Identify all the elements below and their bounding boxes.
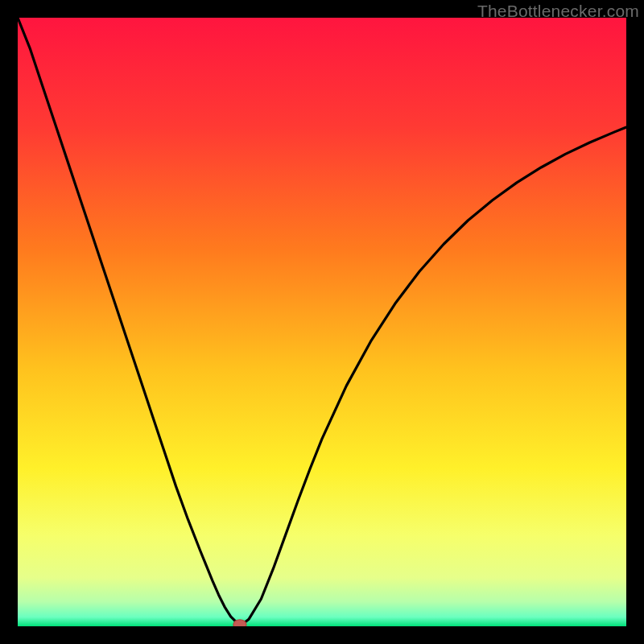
chart-frame	[18, 18, 626, 626]
watermark-text: TheBottlenecker.com	[477, 2, 639, 21]
optimal-point-marker	[233, 620, 246, 626]
gradient-background	[18, 18, 626, 626]
bottleneck-chart	[18, 18, 626, 626]
